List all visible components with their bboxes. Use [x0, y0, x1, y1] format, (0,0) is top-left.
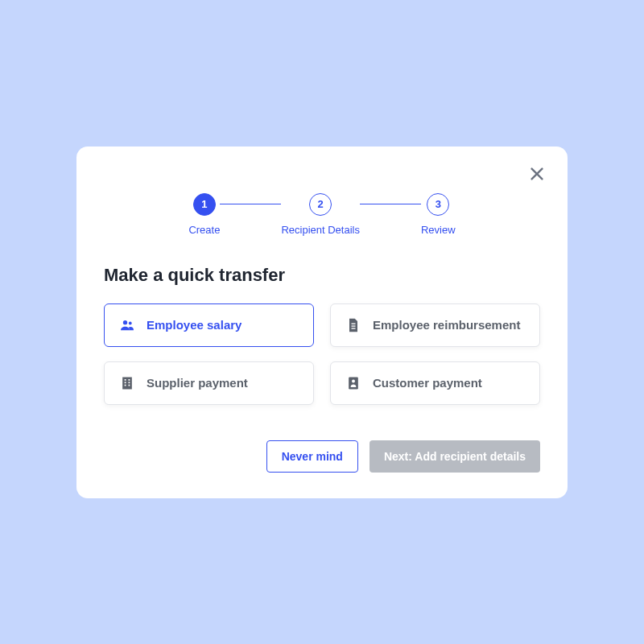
step-number: 2	[309, 193, 332, 216]
svg-rect-8	[125, 379, 126, 381]
close-button[interactable]	[526, 164, 548, 187]
svg-rect-11	[129, 382, 130, 383]
step-connector	[360, 204, 421, 205]
building-icon	[119, 375, 135, 391]
step-connector	[220, 204, 281, 205]
step-review[interactable]: 3 Review	[421, 193, 456, 236]
option-label: Customer payment	[373, 376, 482, 390]
svg-point-2	[123, 320, 127, 324]
option-employee-reimbursement[interactable]: Employee reimbursement	[330, 303, 540, 347]
modal-footer: Never mind Next: Add recipient details	[104, 440, 540, 473]
step-recipient-details[interactable]: 2 Recipient Details	[281, 193, 360, 236]
option-label: Employee reimbursement	[373, 318, 520, 332]
people-group-icon	[119, 317, 135, 333]
step-label: Review	[421, 224, 456, 236]
svg-point-3	[129, 321, 132, 324]
option-employee-salary[interactable]: Employee salary	[104, 303, 314, 347]
option-customer-payment[interactable]: Customer payment	[330, 361, 540, 405]
svg-rect-13	[129, 384, 130, 386]
svg-rect-4	[352, 323, 356, 324]
svg-rect-6	[352, 328, 356, 328]
option-supplier-payment[interactable]: Supplier payment	[104, 361, 314, 405]
option-label: Employee salary	[147, 318, 242, 332]
step-number: 3	[427, 193, 449, 216]
document-icon	[345, 317, 361, 333]
transfer-type-options: Employee salary Employee reimbursement S…	[104, 303, 540, 405]
step-label: Create	[188, 224, 220, 236]
modal-title: Make a quick transfer	[104, 265, 540, 286]
cancel-button[interactable]: Never mind	[266, 440, 358, 473]
svg-rect-7	[122, 377, 132, 389]
svg-rect-10	[125, 382, 126, 383]
svg-point-15	[352, 379, 355, 382]
svg-rect-12	[125, 384, 126, 386]
contact-card-icon	[345, 375, 361, 391]
close-icon	[528, 165, 546, 186]
step-create[interactable]: 1 Create	[188, 193, 220, 236]
next-button[interactable]: Next: Add recipient details	[369, 440, 540, 473]
svg-rect-5	[352, 325, 356, 326]
transfer-modal: 1 Create 2 Recipient Details 3 Review Ma…	[76, 147, 568, 498]
option-label: Supplier payment	[147, 376, 248, 390]
stepper: 1 Create 2 Recipient Details 3 Review	[104, 193, 540, 236]
svg-rect-9	[129, 379, 130, 381]
step-label: Recipient Details	[281, 224, 360, 236]
step-number: 1	[193, 193, 216, 216]
svg-rect-14	[349, 377, 358, 389]
